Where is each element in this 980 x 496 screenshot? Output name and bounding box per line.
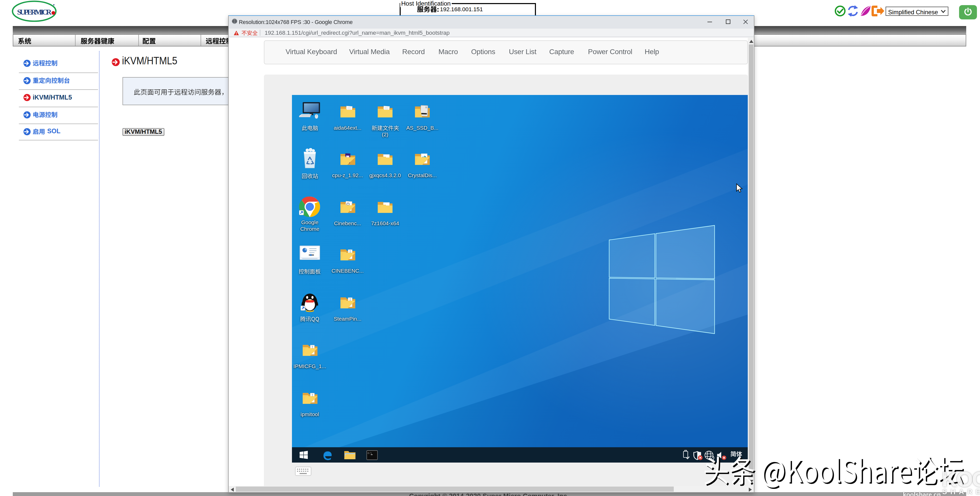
svg-text:SUPERMICR: SUPERMICR xyxy=(17,8,52,16)
svg-text:C:\: C:\ xyxy=(368,452,372,455)
